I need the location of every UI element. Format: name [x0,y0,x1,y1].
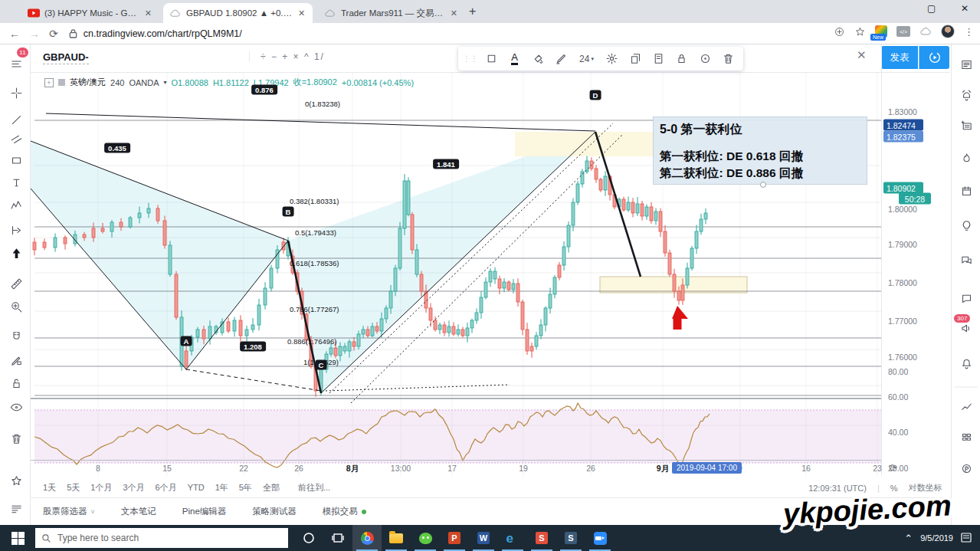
word-taskbar-button[interactable]: W [469,525,498,551]
add-symbol-icon[interactable]: + [44,78,54,87]
news-panel-button[interactable] [957,116,975,135]
chevron-down-icon[interactable]: ▾ [164,79,167,86]
forecast-tool[interactable] [6,220,26,240]
reload-button[interactable]: ⟳ [49,28,58,40]
hide-tool[interactable] [6,397,26,417]
marker-button[interactable] [551,49,571,69]
profile-avatar[interactable] [941,25,955,38]
range-5天[interactable]: 5天 [67,483,80,492]
hotlist-panel-button[interactable] [957,149,975,167]
panel-tab-3[interactable]: Pine编辑器 [182,506,227,517]
powerpoint-taskbar-button[interactable]: P [440,525,469,551]
notification-center-icon[interactable] [961,533,972,543]
object-tree-panel-button[interactable] [957,398,975,416]
panel-tab-5[interactable]: 模拟交易 [323,506,366,517]
goto-date-button[interactable]: 前往到... [298,483,330,492]
font-size-dropdown-button[interactable]: 24▾ [575,49,599,69]
ideas-panel-button[interactable] [957,216,975,235]
channel-tool[interactable] [6,129,26,149]
wechat-taskbar-button[interactable] [411,525,440,551]
back-button[interactable]: ← [9,28,20,40]
tray-date[interactable]: 9/5/2019 [920,533,953,543]
chrome-taskbar-button[interactable] [352,525,382,551]
time-axis[interactable]: 81522268月13:001719269月916232019-09-04 17… [31,460,881,477]
browser-tab-3[interactable]: Trader Mars911 — 交易观点与图✕ [318,3,464,23]
notifications-panel-button[interactable] [957,354,975,372]
task-view-icon[interactable] [323,525,352,551]
close-window-button[interactable]: ✕ [961,3,969,14]
panel-tab-2[interactable]: 文本笔记 [121,506,156,517]
settings-gear-button[interactable] [601,49,621,69]
maximize-button[interactable]: ▢ [927,3,936,14]
cortana-icon[interactable] [294,525,323,551]
sublime-red-taskbar-button[interactable]: S [527,525,556,551]
dom-panel-button[interactable] [957,428,975,447]
calendar-panel-button[interactable] [957,182,975,200]
target-button[interactable] [695,49,715,69]
new-tab-button[interactable]: + [469,5,476,18]
range-1年[interactable]: 1年 [215,483,228,492]
legend-symbol-name[interactable]: 英镑/澳元 [70,77,106,88]
tray-chevron-icon[interactable]: ⌃ [904,533,913,544]
text-color-button[interactable]: A [504,49,524,69]
select-area-button[interactable] [481,49,501,69]
layers-button[interactable] [625,49,645,69]
trash-button[interactable] [719,49,739,69]
draw-lock-tool[interactable] [6,350,26,370]
extension-icon[interactable]: New [875,25,887,38]
start-button[interactable] [0,525,35,551]
text-tool-tool[interactable] [6,172,26,192]
xabcd-pattern-tool[interactable] [6,195,26,215]
fill-color-button[interactable] [528,49,548,69]
sync-cloud-icon[interactable] [919,25,932,38]
explorer-taskbar-button[interactable] [382,525,411,551]
range-1天[interactable]: 1天 [43,483,56,492]
unlock-tool[interactable] [6,373,26,393]
zoom-in-tool[interactable] [6,297,26,316]
sublime-blue-taskbar-button[interactable]: S [556,525,585,551]
tab-close-icon[interactable]: ✕ [298,8,305,18]
range-全部[interactable]: 全部 [263,483,280,492]
legend-interval[interactable]: 240 [110,78,124,87]
chats-panel-button[interactable] [957,251,975,269]
alerts-panel-button[interactable] [957,86,975,104]
star-tool[interactable] [6,471,26,490]
template-button[interactable] [648,49,668,69]
range-1个月[interactable]: 1个月 [90,483,112,492]
browser-tab-2[interactable]: GBPAUD 1.80902 ▲ +0.35% Unn✕ [163,3,313,23]
rectangle-tool[interactable] [6,150,26,170]
range-5年[interactable]: 5年 [239,483,252,492]
screener-grid-tool[interactable] [6,499,26,519]
broker-panel-button[interactable] [957,459,975,477]
bookmark-star-icon[interactable] [854,26,866,38]
tab-close-icon[interactable]: ✕ [451,8,457,18]
private-chat-panel-button[interactable] [957,289,975,307]
drag-handle-icon[interactable]: ⋮⋮ [463,54,478,63]
ruler-tool[interactable] [6,274,26,294]
compare-operators[interactable]: ÷ − + × ^ 1/ [249,51,325,62]
zoom-page-icon[interactable] [834,26,845,38]
price-axis[interactable]: 1.830001.800001.790001.780001.770001.760… [881,44,951,525]
symbol-search-input[interactable]: GBPAUD- [43,51,89,64]
devtools-icon[interactable]: </> [896,26,910,37]
taskbar-search-input[interactable]: Type here to search [35,528,288,548]
utc-clock[interactable]: 12:09:31 (UTC) [808,484,867,493]
trash-tool[interactable] [6,428,26,448]
legend-exchange[interactable]: OANDA [129,78,159,87]
trendline-tool[interactable] [6,110,26,130]
url-box[interactable]: cn.tradingview.com/chart/rpQLM9M1/ [69,28,242,39]
panel-tab-1[interactable]: 股票筛选器˅ [43,506,95,517]
url-text[interactable]: cn.tradingview.com/chart/rpQLM9M1/ [84,28,242,39]
crosshair-tool[interactable] [6,83,26,103]
close-drawing-toolbar-button[interactable]: ✕ [857,48,867,62]
panel-tab-4[interactable]: 策略测试器 [252,506,297,517]
browser-menu-icon[interactable]: ⋮ [964,26,974,38]
range-3个月[interactable]: 3个月 [123,483,144,492]
range-6个月[interactable]: 6个月 [156,483,177,492]
magnet-tool[interactable] [6,326,26,346]
percent-scale-button[interactable]: % [890,484,898,493]
edge-taskbar-button[interactable]: e [498,525,527,551]
tab-close-icon[interactable]: ✕ [145,8,152,18]
text-note-annotation[interactable]: 5-0 第一获利位 第一获利位: DE 0.618 回撤 第二获利位: DE 0… [653,116,867,185]
arrow-tool-tool[interactable] [6,243,26,263]
